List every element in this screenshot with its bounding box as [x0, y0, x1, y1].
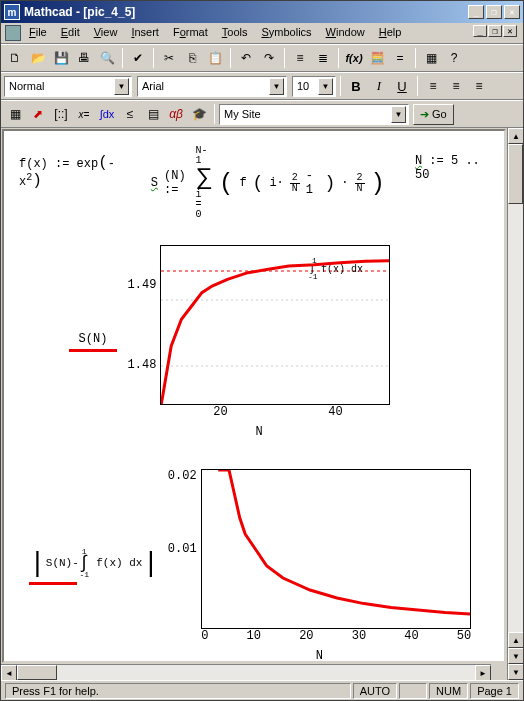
chart1-ylabel: S(N) [69, 332, 117, 352]
scroll-down-button[interactable]: ▼ [508, 648, 523, 664]
align-left-button[interactable]: ≡ [422, 75, 444, 97]
component-button[interactable]: ▦ [420, 47, 442, 69]
greek-palette[interactable]: αβ [165, 103, 187, 125]
print-button[interactable]: 🖶 [73, 47, 95, 69]
go-button[interactable]: ➔Go [413, 104, 454, 125]
bold-button[interactable]: B [345, 75, 367, 97]
eq-fdef: f(x) := exp(-x2) [19, 154, 121, 190]
copy-button[interactable]: ⎘ [181, 47, 203, 69]
status-auto: AUTO [353, 683, 397, 699]
open-button[interactable]: 📂 [27, 47, 49, 69]
calculus-palette[interactable]: ∫dx [96, 103, 118, 125]
chart1-xticks: 2040 [163, 405, 393, 419]
maximize-button[interactable]: ❐ [486, 5, 502, 19]
underline-button[interactable]: U [391, 75, 413, 97]
svg-text:f(x) dx: f(x) dx [321, 264, 363, 275]
mdi-restore-button[interactable]: ❐ [488, 25, 502, 37]
status-num: NUM [429, 683, 468, 699]
mdi-close-button[interactable]: ✕ [503, 25, 517, 37]
cut-button[interactable]: ✂ [158, 47, 180, 69]
chart2 [201, 469, 471, 629]
titlebar: m Mathcad - [pic_4_5] _ ❐ ✕ [1, 1, 523, 23]
worksheet[interactable]: f(x) := exp(-x2) S(N) := N-1 ∑ i = 0 (f(… [2, 129, 506, 663]
align-right-button[interactable]: ≡ [468, 75, 490, 97]
chart2-xticks: 01020304050 [201, 629, 471, 643]
scroll-right-button[interactable]: ► [475, 665, 491, 680]
menu-format[interactable]: Format [167, 25, 214, 41]
status-blank [399, 683, 427, 699]
align2-button[interactable]: ≣ [312, 47, 334, 69]
scroll-up-button[interactable]: ▲ [508, 128, 523, 144]
matrix-palette[interactable]: [::] [50, 103, 72, 125]
calculator-palette[interactable]: ▦ [4, 103, 26, 125]
eq-sdef: S(N) := N-1 ∑ i = 0 (f(i·2N - 1)·2N) [151, 146, 385, 220]
scroll-horizontal[interactable]: ◄ ► [1, 664, 491, 680]
preview-button[interactable]: 🔍 [96, 47, 118, 69]
boolean-palette[interactable]: ≤ [119, 103, 141, 125]
red-legend-line [69, 349, 117, 352]
chart2-xlabel: N [316, 649, 323, 663]
scroll-prev-button[interactable]: ▲ [508, 632, 523, 648]
program-palette[interactable]: ▤ [142, 103, 164, 125]
size-value: 10 [297, 80, 309, 92]
new-button[interactable]: 🗋 [4, 47, 26, 69]
eq-ndef: N := 5 .. 50 [415, 154, 489, 182]
chart1-yticks: 1.49 1.48 [128, 245, 161, 405]
format-toolbar: Normal▼ Arial▼ 10▼ B I U ≡ ≡ ≡ [1, 72, 523, 100]
chart1: ∫ 1 -1 f(x) dx [160, 245, 390, 405]
menu-window[interactable]: Window [320, 25, 371, 41]
redo-button[interactable]: ↷ [258, 47, 280, 69]
menu-file[interactable]: FFileile [23, 25, 53, 41]
scroll-left-button[interactable]: ◄ [1, 665, 17, 680]
standard-toolbar: 🗋 📂 💾 🖶 🔍 ✔ ✂ ⎘ 📋 ↶ ↷ ≡ ≣ f(x) 🧮 = ▦ ? [1, 44, 523, 72]
red-legend-line-2 [29, 582, 77, 585]
size-combo[interactable]: 10▼ [292, 76, 336, 97]
menu-help[interactable]: Help [373, 25, 408, 41]
scroll-next-button[interactable]: ▼ [508, 664, 523, 680]
menu-insert[interactable]: Insert [125, 25, 165, 41]
site-value: My Site [224, 108, 261, 120]
chart2-ylabel: |S(N)- 1 ∫ -1 f(x) dx| [29, 548, 159, 585]
window-title: Mathcad - [pic_4_5] [24, 5, 468, 19]
menu-tools[interactable]: Tools [216, 25, 254, 41]
eval-palette[interactable]: x= [73, 103, 95, 125]
save-button[interactable]: 💾 [50, 47, 72, 69]
menu-view[interactable]: View [88, 25, 124, 41]
minimize-button[interactable]: _ [468, 5, 484, 19]
align-button[interactable]: ≡ [289, 47, 311, 69]
svg-text:-1: -1 [308, 272, 318, 281]
style-combo[interactable]: Normal▼ [4, 76, 132, 97]
scroll-h-thumb[interactable] [17, 665, 57, 680]
italic-button[interactable]: I [368, 75, 390, 97]
graph-palette[interactable]: ⬈ [27, 103, 49, 125]
app-icon: m [4, 4, 20, 20]
calc-button[interactable]: = [389, 47, 411, 69]
scroll-vertical[interactable]: ▲ ▲ ▼ ▼ [507, 128, 523, 680]
doc-icon [5, 25, 21, 41]
status-help: Press F1 for help. [5, 683, 351, 699]
chart2-yticks: 0.02 0.01 [168, 469, 201, 629]
paste-button[interactable]: 📋 [204, 47, 226, 69]
unit-button[interactable]: 🧮 [366, 47, 388, 69]
undo-button[interactable]: ↶ [235, 47, 257, 69]
help-button[interactable]: ? [443, 47, 465, 69]
align-center-button[interactable]: ≡ [445, 75, 467, 97]
fx-button[interactable]: f(x) [343, 47, 365, 69]
statusbar: Press F1 for help. AUTO NUM Page 1 [1, 680, 523, 700]
spell-button[interactable]: ✔ [127, 47, 149, 69]
scroll-v-thumb[interactable] [508, 144, 523, 204]
symbolic-palette[interactable]: 🎓 [188, 103, 210, 125]
site-combo[interactable]: My Site▼ [219, 104, 409, 125]
menu-edit[interactable]: Edit [55, 25, 86, 41]
math-toolbar: ▦ ⬈ [::] x= ∫dx ≤ ▤ αβ 🎓 My Site▼ ➔Go [1, 100, 523, 128]
font-value: Arial [142, 80, 164, 92]
menu-symbolics[interactable]: Symbolics [255, 25, 317, 41]
menubar: FFileile Edit View Insert Format Tools S… [1, 23, 523, 44]
style-value: Normal [9, 80, 44, 92]
close-button[interactable]: ✕ [504, 5, 520, 19]
status-page: Page 1 [470, 683, 519, 699]
font-combo[interactable]: Arial▼ [137, 76, 287, 97]
mdi-minimize-button[interactable]: _ [473, 25, 487, 37]
chart1-xlabel: N [255, 425, 262, 439]
